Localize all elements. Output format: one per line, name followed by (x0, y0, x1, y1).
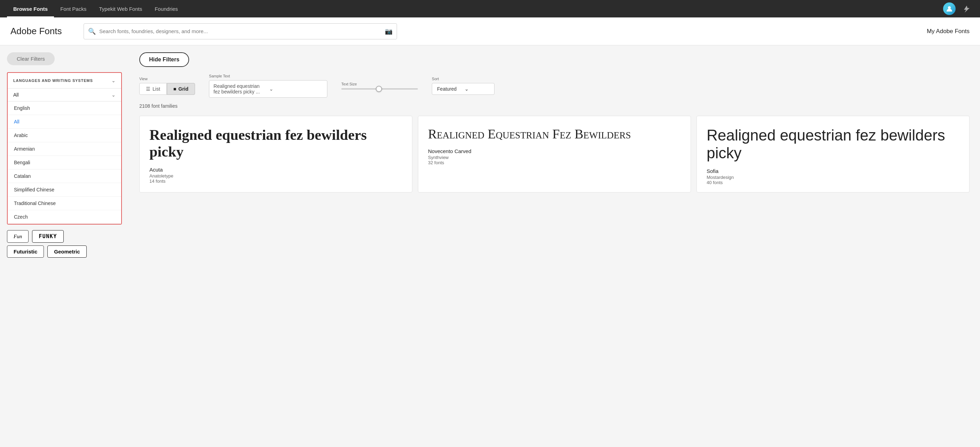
text-size-control-group: Text Size (341, 82, 418, 89)
language-dropdown-selected[interactable]: All ⌄ (8, 88, 121, 101)
top-navigation: Browse Fonts Font Packs Typekit Web Font… (0, 0, 980, 18)
sort-value: Featured (437, 86, 462, 92)
font-name-sofia: Sofia (706, 168, 959, 174)
svg-point-0 (948, 6, 951, 9)
font-card-acuta[interactable]: Realigned equestrian fez bewilders picky… (139, 116, 412, 192)
filter-toggle-bar: Hide Filters (139, 52, 970, 67)
selected-language-value: All (13, 92, 19, 97)
font-foundry-sofia: Mostardesign (706, 175, 959, 180)
language-filter-label: LANGUAGES AND WRITING SYSTEMS (13, 78, 93, 83)
sidebar: Clear Filters LANGUAGES AND WRITING SYST… (0, 45, 129, 447)
content-area: Hide Filters View ☰ List ■ Grid (129, 45, 980, 447)
text-size-label: Text Size (341, 82, 418, 86)
font-name-acuta: Acuta (150, 167, 402, 172)
controls-bar: View ☰ List ■ Grid Sample Text Realigned (139, 74, 970, 97)
list-view-button[interactable]: ☰ List (139, 83, 167, 95)
slider-thumb[interactable] (376, 86, 382, 92)
nav-font-packs[interactable]: Font Packs (54, 0, 93, 18)
font-cards-grid: Realigned equestrian fez bewilders picky… (139, 116, 970, 192)
lang-item-simplified-chinese[interactable]: Simplified Chinese (8, 183, 121, 196)
nav-typekit-web-fonts[interactable]: Typekit Web Fonts (93, 0, 148, 18)
font-foundry-acuta: Anatoletype (150, 173, 402, 179)
font-card-novecento[interactable]: Realigned Equestrian Fez Bewilders Novec… (418, 116, 691, 192)
nav-items: Browse Fonts Font Packs Typekit Web Font… (7, 0, 943, 18)
slider-track (341, 88, 418, 89)
font-count-sofia: 40 fonts (706, 180, 959, 185)
lang-item-catalan[interactable]: Catalan (8, 169, 121, 183)
camera-icon[interactable]: 📷 (385, 27, 393, 35)
font-name-novecento: Novecento Carved (428, 148, 681, 154)
font-sample-novecento: Realigned Equestrian Fez Bewilders (428, 126, 681, 142)
view-label: View (139, 77, 195, 81)
chevron-down-icon: ⌄ (111, 78, 116, 83)
header-bar: Adobe Fonts 🔍 📷 My Adobe Fonts (0, 18, 980, 45)
nav-foundries[interactable]: Foundries (148, 0, 184, 18)
nav-right (943, 2, 973, 15)
font-count-acuta: 14 fonts (150, 179, 402, 184)
tag-buttons-row2: Futuristic Geometric (7, 246, 122, 258)
tag-funky-button[interactable]: FUNKY (32, 230, 64, 243)
search-bar[interactable]: 🔍 📷 (84, 23, 397, 39)
tag-buttons-row1: Fun FUNKY (7, 230, 122, 243)
language-list: English All Arabic Armenian Bengali Cata… (8, 101, 121, 224)
tag-fun-button[interactable]: Fun (7, 230, 29, 243)
sample-text-value: Realigned equestrian fez bewilders picky… (213, 83, 267, 94)
font-sample-acuta: Realigned equestrian fez bewilders picky (150, 126, 402, 160)
grid-view-button[interactable]: ■ Grid (167, 83, 195, 95)
list-icon: ☰ (146, 86, 150, 92)
sample-text-dropdown[interactable]: Realigned equestrian fez bewilders picky… (209, 80, 327, 97)
sample-text-dropdown-arrow-icon: ⌄ (269, 86, 323, 92)
user-avatar[interactable] (943, 2, 956, 15)
font-sample-sofia: Realigned equestrian fez bewilders picky (706, 126, 959, 162)
my-adobe-fonts-link[interactable]: My Adobe Fonts (916, 28, 970, 35)
search-input[interactable] (99, 28, 385, 34)
lang-item-traditional-chinese[interactable]: Traditional Chinese (8, 196, 121, 210)
grid-view-label: Grid (178, 86, 188, 92)
lang-item-all[interactable]: All (8, 115, 121, 129)
font-card-sofia[interactable]: Realigned equestrian fez bewilders picky… (697, 116, 970, 192)
language-filter-section: LANGUAGES AND WRITING SYSTEMS ⌄ All ⌄ En… (7, 72, 122, 225)
results-count: 2108 font families (139, 103, 970, 109)
sort-control-group: Sort Featured ⌄ (432, 77, 495, 95)
nav-browse-fonts[interactable]: Browse Fonts (7, 0, 54, 18)
tag-geometric-button[interactable]: Geometric (47, 246, 86, 258)
lang-item-bengali[interactable]: Bengali (8, 156, 121, 169)
lang-item-czech[interactable]: Czech (8, 210, 121, 224)
dropdown-chevron-icon: ⌄ (111, 92, 116, 97)
sort-dropdown-arrow-icon: ⌄ (465, 86, 489, 92)
view-control-group: View ☰ List ■ Grid (139, 77, 195, 95)
main-layout: Clear Filters LANGUAGES AND WRITING SYST… (0, 45, 980, 447)
sort-label: Sort (432, 77, 495, 81)
text-size-slider-wrap (341, 88, 418, 89)
language-filter-header[interactable]: LANGUAGES AND WRITING SYSTEMS ⌄ (8, 73, 121, 88)
search-icon: 🔍 (88, 27, 96, 35)
sample-text-label: Sample Text (209, 74, 327, 78)
lang-item-arabic[interactable]: Arabic (8, 129, 121, 142)
site-title: Adobe Fonts (10, 26, 73, 37)
sort-dropdown[interactable]: Featured ⌄ (432, 83, 495, 95)
cloud-svg (961, 5, 972, 13)
grid-icon: ■ (173, 86, 176, 92)
hide-filters-button[interactable]: Hide Filters (139, 52, 189, 67)
font-count-novecento: 32 fonts (428, 160, 681, 165)
sample-text-control-group: Sample Text Realigned equestrian fez bew… (209, 74, 327, 97)
avatar-icon (946, 5, 953, 12)
clear-filters-button[interactable]: Clear Filters (7, 52, 55, 65)
lang-item-armenian[interactable]: Armenian (8, 142, 121, 156)
list-view-label: List (153, 86, 160, 92)
lang-item-english[interactable]: English (8, 101, 121, 115)
adobe-cloud-icon[interactable] (961, 2, 973, 15)
view-toggle: ☰ List ■ Grid (139, 83, 195, 95)
font-foundry-novecento: Synthview (428, 155, 681, 160)
tag-futuristic-button[interactable]: Futuristic (7, 246, 44, 258)
